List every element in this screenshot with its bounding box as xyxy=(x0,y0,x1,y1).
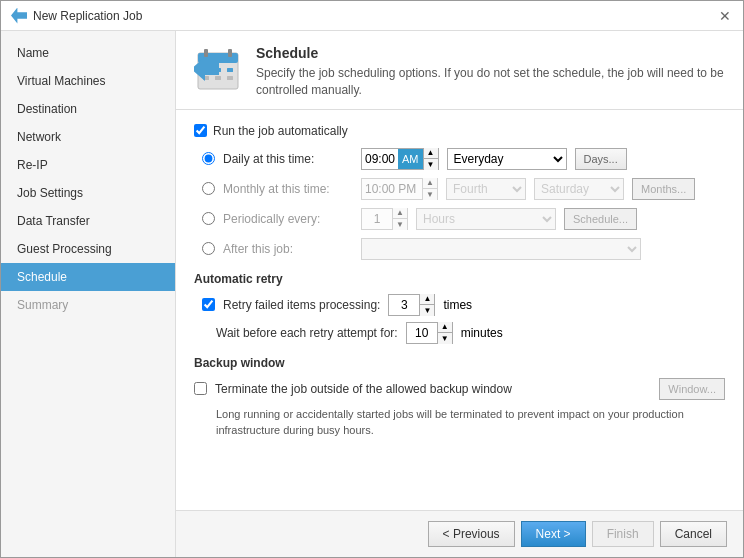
wait-value-field[interactable] xyxy=(407,323,437,343)
monthly-row: Monthly at this time: ▲ ▼ First Second T… xyxy=(202,178,725,200)
terminate-row: Terminate the job outside of the allowed… xyxy=(194,378,725,400)
periodically-up: ▲ xyxy=(393,208,407,219)
monthly-day-select: Monday Tuesday Wednesday Thursday Friday… xyxy=(534,178,624,200)
months-button: Months... xyxy=(632,178,695,200)
run-automatically-label: Run the job automatically xyxy=(213,124,348,138)
app-icon xyxy=(11,8,27,24)
wait-value-arrows[interactable]: ▲ ▼ xyxy=(437,322,452,344)
next-button[interactable]: Next > xyxy=(521,521,586,547)
wait-value-up[interactable]: ▲ xyxy=(438,322,452,333)
wait-row: Wait before each retry attempt for: ▲ ▼ … xyxy=(216,322,725,344)
daily-time-field[interactable] xyxy=(362,149,398,169)
automatic-retry-section: Automatic retry Retry failed items proce… xyxy=(194,272,725,344)
sidebar-item-job-settings[interactable]: Job Settings xyxy=(1,179,175,207)
retry-row: Retry failed items processing: ▲ ▼ times xyxy=(202,294,725,316)
cancel-button[interactable]: Cancel xyxy=(660,521,727,547)
header-title: Schedule xyxy=(256,45,725,61)
run-automatically-checkbox[interactable] xyxy=(194,124,207,137)
svg-rect-6 xyxy=(227,68,233,72)
periodically-down: ▼ xyxy=(393,219,407,230)
wait-label: Wait before each retry attempt for: xyxy=(216,326,398,340)
close-button[interactable]: ✕ xyxy=(717,8,733,24)
content-area: NameVirtual MachinesDestinationNetworkRe… xyxy=(1,31,743,557)
daily-row: Daily at this time: AM ▲ ▼ Everyday Week… xyxy=(202,148,725,170)
retry-count-field[interactable] xyxy=(389,295,419,315)
after-job-label: After this job: xyxy=(223,242,353,256)
retry-count-arrows[interactable]: ▲ ▼ xyxy=(419,294,434,316)
svg-rect-8 xyxy=(215,76,221,80)
sidebar-item-network[interactable]: Network xyxy=(1,123,175,151)
svg-rect-2 xyxy=(204,49,208,57)
after-job-radio[interactable] xyxy=(202,242,215,255)
monthly-time-down: ▼ xyxy=(423,189,437,200)
svg-rect-9 xyxy=(227,76,233,80)
header-text: Schedule Specify the job scheduling opti… xyxy=(256,45,725,99)
finish-button: Finish xyxy=(592,521,654,547)
daily-label: Daily at this time: xyxy=(223,152,353,166)
header-description: Specify the job scheduling options. If y… xyxy=(256,65,725,99)
schedule-options: Daily at this time: AM ▲ ▼ Everyday Week… xyxy=(202,148,725,260)
schedule-button: Schedule... xyxy=(564,208,637,230)
monthly-week-select: First Second Third Fourth Last xyxy=(446,178,526,200)
backup-window-label: Backup window xyxy=(194,356,725,370)
periodically-unit-select: Hours Minutes xyxy=(416,208,556,230)
title-bar-left: New Replication Job xyxy=(11,8,142,24)
days-button[interactable]: Days... xyxy=(575,148,627,170)
monthly-label: Monthly at this time: xyxy=(223,182,353,196)
title-bar: New Replication Job ✕ xyxy=(1,1,743,31)
sidebar-item-schedule[interactable]: Schedule xyxy=(1,263,175,291)
previous-button[interactable]: < Previous xyxy=(428,521,515,547)
after-job-row: After this job: xyxy=(202,238,725,260)
daily-time-input[interactable]: AM ▲ ▼ xyxy=(361,148,439,170)
after-job-select xyxy=(361,238,641,260)
retry-count-up[interactable]: ▲ xyxy=(420,294,434,305)
sidebar-item-virtual-machines[interactable]: Virtual Machines xyxy=(1,67,175,95)
sidebar-item-re-ip[interactable]: Re-IP xyxy=(1,151,175,179)
sidebar: NameVirtual MachinesDestinationNetworkRe… xyxy=(1,31,176,557)
backup-window-section: Backup window Terminate the job outside … xyxy=(194,356,725,439)
sidebar-item-guest-processing[interactable]: Guest Processing xyxy=(1,235,175,263)
times-label: times xyxy=(443,298,472,312)
backup-window-description: Long running or accidentally started job… xyxy=(216,406,725,439)
main-panel: Schedule Specify the job scheduling opti… xyxy=(176,31,743,557)
periodically-value-input: ▲ ▼ xyxy=(361,208,408,230)
main-window: New Replication Job ✕ NameVirtual Machin… xyxy=(0,0,744,558)
daily-time-arrows[interactable]: ▲ ▼ xyxy=(423,148,438,170)
form-area: Run the job automatically Daily at this … xyxy=(176,110,743,510)
daily-radio[interactable] xyxy=(202,152,215,165)
svg-rect-3 xyxy=(228,49,232,57)
monthly-time-up: ▲ xyxy=(423,178,437,189)
monthly-radio[interactable] xyxy=(202,182,215,195)
daily-ampm[interactable]: AM xyxy=(398,149,423,169)
page-header: Schedule Specify the job scheduling opti… xyxy=(176,31,743,110)
wait-value-input[interactable]: ▲ ▼ xyxy=(406,322,453,344)
retry-count-input[interactable]: ▲ ▼ xyxy=(388,294,435,316)
retry-label: Retry failed items processing: xyxy=(223,298,380,312)
retry-count-down[interactable]: ▼ xyxy=(420,305,434,316)
monthly-time-arrows: ▲ ▼ xyxy=(422,178,437,200)
run-automatically-row: Run the job automatically xyxy=(194,124,725,138)
monthly-time-input: ▲ ▼ xyxy=(361,178,438,200)
terminate-label: Terminate the job outside of the allowed… xyxy=(215,382,512,396)
sidebar-item-destination[interactable]: Destination xyxy=(1,95,175,123)
wait-value-down[interactable]: ▼ xyxy=(438,333,452,344)
terminate-checkbox[interactable] xyxy=(194,382,207,395)
monthly-time-field xyxy=(362,179,422,199)
sidebar-item-name[interactable]: Name xyxy=(1,39,175,67)
schedule-icon xyxy=(194,45,242,93)
retry-checkbox[interactable] xyxy=(202,298,215,311)
window-button: Window... xyxy=(659,378,725,400)
periodically-value-field xyxy=(362,209,392,229)
periodically-arrows: ▲ ▼ xyxy=(392,208,407,230)
daily-time-up[interactable]: ▲ xyxy=(424,148,438,159)
periodically-label: Periodically every: xyxy=(223,212,353,226)
minutes-label: minutes xyxy=(461,326,503,340)
footer: < Previous Next > Finish Cancel xyxy=(176,510,743,557)
periodically-radio[interactable] xyxy=(202,212,215,225)
sidebar-item-data-transfer[interactable]: Data Transfer xyxy=(1,207,175,235)
daily-frequency-select[interactable]: Everyday Weekdays Weekends xyxy=(447,148,567,170)
window-title: New Replication Job xyxy=(33,9,142,23)
sidebar-item-summary: Summary xyxy=(1,291,175,319)
daily-time-down[interactable]: ▼ xyxy=(424,159,438,170)
periodically-row: Periodically every: ▲ ▼ Hours Minutes xyxy=(202,208,725,230)
